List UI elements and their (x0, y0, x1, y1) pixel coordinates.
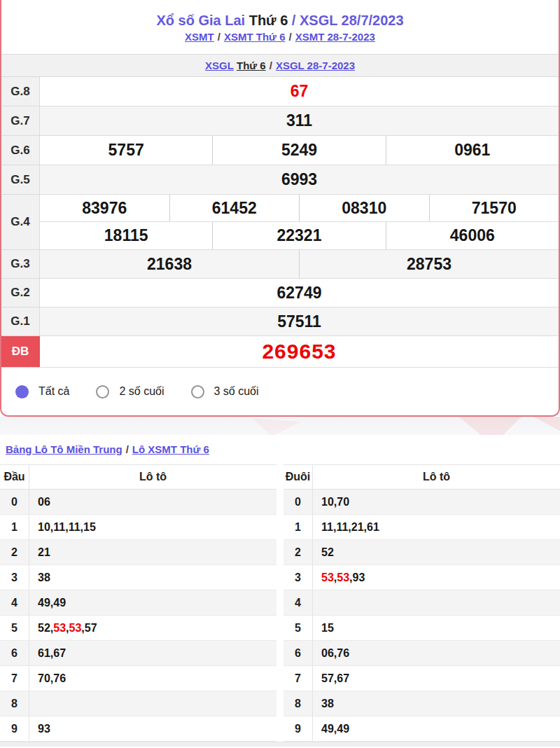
prize-value-g6-3: 0961 (386, 136, 559, 165)
radio-unselected-icon (191, 385, 204, 399)
loto-values: 15 (313, 616, 560, 640)
loto-values: 10, 70 (313, 490, 560, 514)
table-row: 353, 53, 93 (284, 565, 560, 590)
digit-cell: 7 (284, 666, 313, 691)
link-xsmt[interactable]: XSMT (185, 31, 214, 43)
radio-label-all: Tất cả (38, 385, 69, 398)
prize-value-g3-1: 21638 (40, 250, 299, 278)
column-header-loto: Lô tô (29, 465, 276, 489)
prize-value-g6-2: 5249 (212, 136, 385, 165)
section-divider (0, 417, 560, 435)
table-row: 757, 67 (284, 666, 560, 691)
table-row: 110, 11, 11, 15 (0, 515, 276, 540)
loto-values: 52 (313, 540, 560, 565)
results-table: G.8 67 G.7 311 G.6 5757 5249 0961 G.5 69… (1, 77, 559, 368)
loto-values: 21 (29, 540, 276, 565)
table-row: 606, 76 (284, 641, 560, 666)
digit-cell: 4 (284, 590, 313, 615)
breadcrumb-separator: / (266, 60, 276, 71)
link-xsgl-date[interactable]: XSGL 28-7-2023 (276, 60, 355, 71)
decorative-triangle (252, 418, 301, 435)
radio-selected-icon (15, 385, 29, 399)
prize-value-g4-6: 22321 (212, 222, 385, 249)
table-row: 993 (0, 716, 276, 742)
loto-values: 49, 49 (29, 590, 276, 615)
digit-cell: 6 (0, 641, 29, 665)
prize-value-g6-1: 5757 (40, 136, 212, 165)
table-row: 949, 49 (284, 716, 560, 742)
digit-cell: 8 (284, 691, 313, 716)
table-row: 4 (284, 590, 560, 616)
lotto-header-left: Đầu Lô tô (0, 464, 276, 490)
table-row: 221 (0, 540, 276, 565)
result-panel: Xổ số Gia Lai Thứ 6 / XSGL 28/7/2023 XSM… (0, 0, 560, 417)
table-row: 770, 76 (0, 666, 276, 691)
prize-value-g7: 311 (40, 106, 559, 135)
table-row: 661, 67 (0, 641, 276, 666)
table-row: 515 (284, 616, 560, 641)
breadcrumb-xsmt: XSMT/XSMT Thứ 6/XSMT 28-7-2023 (1, 31, 559, 54)
loto-values: 38 (29, 565, 276, 590)
prize-label-db: ĐB (1, 336, 40, 367)
prize-value-g5: 6993 (40, 165, 559, 194)
digit-cell: 1 (284, 515, 313, 539)
table-row: 8 (0, 691, 276, 716)
link-lo-xsmt-thu6[interactable]: Lô XSMT Thứ 6 (132, 443, 209, 455)
breadcrumb-separator: / (285, 31, 295, 43)
bottom-strip (0, 742, 560, 747)
table-row: 252 (284, 540, 560, 565)
link-xsgl-day[interactable]: Thứ 6 (237, 60, 266, 71)
prize-label-g7: G.7 (1, 106, 40, 135)
digit-cell: 0 (0, 490, 29, 514)
row-db: ĐB 269653 (1, 336, 559, 368)
digit-cell: 2 (0, 540, 29, 565)
row-g1: G.1 57511 (1, 307, 559, 336)
loto-values: 61, 67 (29, 641, 276, 665)
loto-values: 93 (29, 716, 276, 741)
prize-label-g4: G.4 (1, 195, 40, 249)
digit-cell: 9 (284, 716, 313, 741)
row-g6: G.6 5757 5249 0961 (1, 136, 559, 165)
digit-cell: 6 (284, 641, 313, 665)
column-header-duoi: Đuôi (284, 465, 313, 489)
link-bang-lo-to[interactable]: Bảng Lô Tô Miền Trung (6, 443, 122, 455)
link-xsmt-thu6[interactable]: XSMT Thứ 6 (224, 31, 286, 43)
page-title-main: Xổ số Gia Lai (156, 13, 245, 28)
lotto-header-right: Đuôi Lô tô (284, 464, 560, 490)
radio-label-last3: 3 số cuối (214, 385, 259, 398)
table-row: 010, 70 (284, 490, 560, 515)
decorative-triangle (533, 417, 560, 435)
prize-value-g4-4: 71570 (429, 195, 559, 221)
digit-cell: 5 (0, 616, 29, 640)
page-title-code: XSGL 28/7/2023 (300, 13, 404, 28)
radio-option-last2[interactable]: 2 số cuối (96, 385, 164, 399)
link-xsmt-date[interactable]: XSMT 28-7-2023 (295, 31, 375, 43)
loto-values: 06, 76 (313, 641, 560, 665)
prize-value-g3-2: 28753 (299, 250, 559, 278)
table-row: 111, 11, 21, 61 (284, 515, 560, 540)
filter-bar: Tất cả 2 số cuối 3 số cuối (1, 368, 559, 415)
breadcrumb-separator: / (122, 443, 132, 455)
digit-cell: 3 (0, 565, 29, 590)
row-g4-line2: 18115 22321 46006 (40, 222, 559, 249)
link-xsgl[interactable]: XSGL (205, 60, 234, 71)
radio-option-all[interactable]: Tất cả (15, 385, 69, 399)
digit-cell: 1 (0, 515, 29, 539)
lotto-table-duoi: Đuôi Lô tô 010, 70 111, 11, 21, 61 252 3… (284, 464, 560, 742)
digit-cell: 4 (0, 590, 29, 615)
table-row: 006 (0, 490, 276, 515)
table-row: 449, 49 (0, 590, 276, 616)
prize-value-g4-3: 08310 (299, 195, 429, 221)
radio-option-last3[interactable]: 3 số cuối (191, 385, 259, 399)
loto-values: 52, 53, 53, 57 (29, 616, 276, 640)
prize-value-g1: 57511 (40, 307, 559, 335)
row-g5: G.5 6993 (1, 165, 559, 195)
decorative-triangle (458, 417, 522, 435)
table-row: 338 (0, 565, 276, 590)
page-title-day: Thứ 6 (249, 13, 288, 28)
loto-values: 53, 53, 93 (313, 565, 560, 590)
prize-value-g2: 62749 (40, 279, 559, 307)
radio-unselected-icon (96, 385, 109, 399)
radio-label-last2: 2 số cuối (119, 385, 164, 398)
prize-value-g4-5: 18115 (40, 222, 212, 249)
